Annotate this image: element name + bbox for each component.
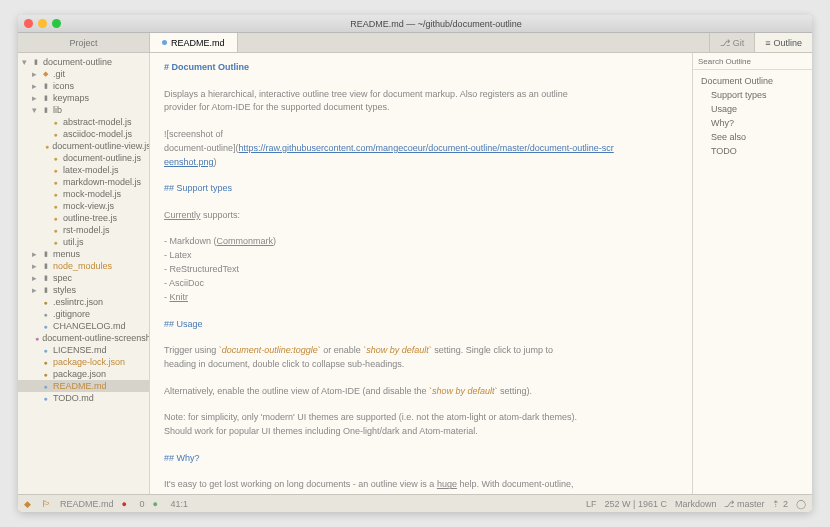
- tree-item[interactable]: ●README.md: [18, 380, 149, 392]
- status-branch[interactable]: ⎇ master: [724, 499, 764, 509]
- tree-item[interactable]: ▾▮document-outline: [18, 56, 149, 68]
- tree-item[interactable]: ▸◆.git: [18, 68, 149, 80]
- file-icon: ●: [41, 358, 50, 367]
- status-lang[interactable]: Markdown: [675, 499, 717, 509]
- window-title: README.md — ~/github/document-outline: [66, 19, 806, 29]
- editor-line: # Document Outline: [164, 61, 678, 75]
- editor-area[interactable]: # Document OutlineDisplays a hierarchica…: [150, 53, 692, 494]
- file-icon: ●: [35, 334, 39, 343]
- tree-item[interactable]: ●outline-tree.js: [18, 212, 149, 224]
- chevron-icon: ▸: [32, 261, 38, 271]
- status-cursor[interactable]: 41:1: [171, 499, 189, 509]
- tree-label: document-outline.js: [63, 153, 141, 163]
- tree-label: asciidoc-model.js: [63, 129, 132, 139]
- file-icon: ▮: [41, 250, 50, 259]
- tree-item[interactable]: ●.eslintrc.json: [18, 296, 149, 308]
- titlebar: README.md — ~/github/document-outline: [18, 15, 812, 33]
- tree-label: mock-view.js: [63, 201, 114, 211]
- tree-label: mock-model.js: [63, 189, 121, 199]
- tab-bar: Project README.md ⎇ Git ≡ Outline: [18, 33, 812, 53]
- tree-item[interactable]: ●CHANGELOG.md: [18, 320, 149, 332]
- file-icon: ▮: [41, 94, 50, 103]
- outline-item[interactable]: See also: [693, 130, 812, 144]
- tree-label: document-outline: [43, 57, 112, 67]
- outline-item[interactable]: Document Outline: [693, 74, 812, 88]
- minimize-icon[interactable]: [38, 19, 47, 28]
- chevron-icon: ▸: [32, 81, 38, 91]
- tree-item[interactable]: ●rst-model.js: [18, 224, 149, 236]
- tree-label: icons: [53, 81, 74, 91]
- tree-label: spec: [53, 273, 72, 283]
- tree-label: LICENSE.md: [53, 345, 107, 355]
- editor-line: Should work for popular UI themes includ…: [164, 425, 678, 439]
- editor-line: ## Why?: [164, 452, 678, 466]
- tree-item[interactable]: ▸▮styles: [18, 284, 149, 296]
- editor-line: ![screenshot of: [164, 128, 678, 142]
- tree-item[interactable]: ●package-lock.json: [18, 356, 149, 368]
- outline-item[interactable]: Why?: [693, 116, 812, 130]
- file-icon: ●: [41, 394, 50, 403]
- status-size[interactable]: 252 W | 1961 C: [605, 499, 667, 509]
- tree-label: .git: [53, 69, 65, 79]
- tree-item[interactable]: ●document-outline.js: [18, 152, 149, 164]
- editor-line: Note: for simplicity, only 'modern' UI t…: [164, 411, 678, 425]
- outline-panel-button[interactable]: ≡ Outline: [754, 33, 812, 52]
- file-icon: ▮: [41, 274, 50, 283]
- close-icon[interactable]: [24, 19, 33, 28]
- tree-label: abstract-model.js: [63, 117, 132, 127]
- tree-label: util.js: [63, 237, 84, 247]
- editor-line: eenshot.png): [164, 156, 678, 170]
- tree-item[interactable]: ▾▮lib: [18, 104, 149, 116]
- status-file[interactable]: README.md: [60, 499, 114, 509]
- tree-label: keymaps: [53, 93, 89, 103]
- tree-item[interactable]: ●document-outline-view.js: [18, 140, 149, 152]
- file-icon: ◆: [41, 70, 50, 79]
- tree-item[interactable]: ●asciidoc-model.js: [18, 128, 149, 140]
- tree-label: styles: [53, 285, 76, 295]
- status-diff[interactable]: ⇡ 2: [772, 499, 788, 509]
- tree-label: node_modules: [53, 261, 112, 271]
- tree-item[interactable]: ●util.js: [18, 236, 149, 248]
- tree-label: package.json: [53, 369, 106, 379]
- tree-item[interactable]: ▸▮keymaps: [18, 92, 149, 104]
- chevron-icon: ▸: [32, 285, 38, 295]
- tree-item[interactable]: ▸▮spec: [18, 272, 149, 284]
- git-panel-button[interactable]: ⎇ Git: [709, 33, 755, 52]
- tree-item[interactable]: ●mock-model.js: [18, 188, 149, 200]
- tree-item[interactable]: ●mock-view.js: [18, 200, 149, 212]
- editor-line: provider for Atom-IDE for the supported …: [164, 101, 678, 115]
- tab-readme[interactable]: README.md: [150, 33, 238, 52]
- outline-item[interactable]: Support types: [693, 88, 812, 102]
- tree-item[interactable]: ▸▮menus: [18, 248, 149, 260]
- file-icon: ●: [51, 202, 60, 211]
- file-icon: ▮: [41, 82, 50, 91]
- project-tree[interactable]: ▾▮document-outline▸◆.git▸▮icons▸▮keymaps…: [18, 53, 150, 494]
- file-icon: ●: [51, 130, 60, 139]
- outline-search-input[interactable]: [698, 57, 807, 66]
- tree-item[interactable]: ●abstract-model.js: [18, 116, 149, 128]
- chevron-icon: ▸: [32, 93, 38, 103]
- status-issues[interactable]: 0: [140, 499, 145, 509]
- tree-item[interactable]: ●document-outline-screenshot.png: [18, 332, 149, 344]
- file-icon: ●: [45, 142, 49, 151]
- tree-item[interactable]: ●package.json: [18, 368, 149, 380]
- tree-item[interactable]: ●latex-model.js: [18, 164, 149, 176]
- file-icon: ●: [51, 178, 60, 187]
- outline-item[interactable]: Usage: [693, 102, 812, 116]
- github-icon[interactable]: ◯: [796, 499, 806, 509]
- maximize-icon[interactable]: [52, 19, 61, 28]
- chevron-icon: ▸: [32, 273, 38, 283]
- file-modified-icon: [162, 40, 167, 45]
- tree-item[interactable]: ●TODO.md: [18, 392, 149, 404]
- tree-item[interactable]: ●LICENSE.md: [18, 344, 149, 356]
- tree-label: latex-model.js: [63, 165, 119, 175]
- ok-icon: ●: [153, 499, 163, 509]
- warn-icon: ●: [122, 499, 132, 509]
- tree-item[interactable]: ●.gitignore: [18, 308, 149, 320]
- tree-item[interactable]: ●markdown-model.js: [18, 176, 149, 188]
- tree-item[interactable]: ▸▮icons: [18, 80, 149, 92]
- outline-item[interactable]: TODO: [693, 144, 812, 158]
- file-icon: ▮: [41, 262, 50, 271]
- status-lf[interactable]: LF: [586, 499, 597, 509]
- tree-item[interactable]: ▸▮node_modules: [18, 260, 149, 272]
